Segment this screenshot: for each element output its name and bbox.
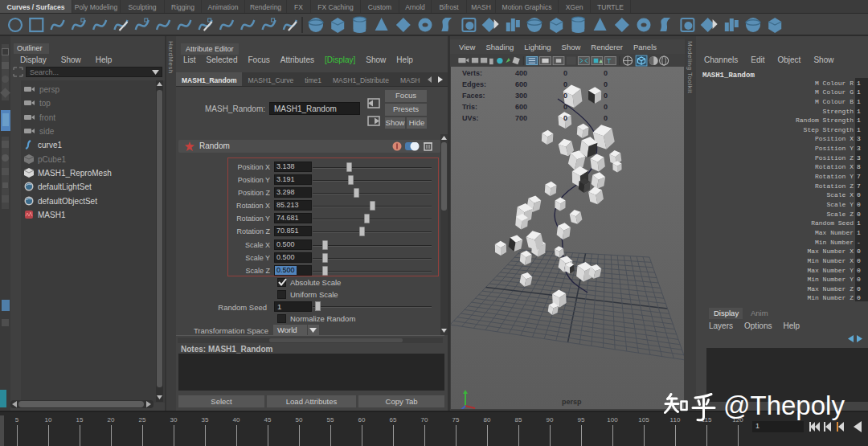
svg-text:T: T xyxy=(607,58,611,65)
